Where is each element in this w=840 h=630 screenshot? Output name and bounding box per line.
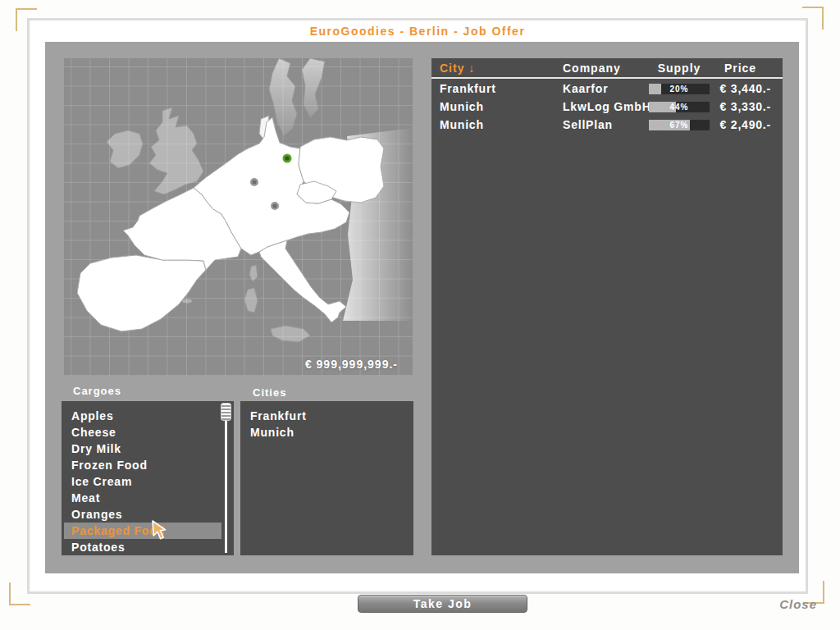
offer-city: Munich [440, 118, 563, 131]
offer-row[interactable]: MunichLkwLog GmbH44%€ 3,330.- [431, 98, 783, 115]
cities-items: FrankfurtMunich [240, 408, 413, 441]
cargoes-scrollbar-track[interactable] [225, 404, 227, 553]
offer-row[interactable]: MunichSellPlan67%€ 2,490.- [431, 116, 783, 133]
take-job-button[interactable]: Take Job [358, 595, 527, 613]
mouse-cursor-icon [150, 520, 170, 545]
offers-header-row: City ↓ Company Supply Price [431, 58, 783, 79]
offer-row[interactable]: FrankfurtKaarfor20%€ 3,440.- [431, 80, 783, 97]
column-header-supply[interactable]: Supply [649, 62, 710, 75]
cargoes-label: Cargoes [73, 385, 121, 397]
supply-percent-label: 67% [649, 120, 710, 130]
offers-table: City ↓ Company Supply Price FrankfurtKaa… [431, 58, 783, 555]
cargo-item-packaged-food[interactable]: Packaged Food [64, 523, 221, 539]
page: { "window_title": "EuroGoodies - Berlin … [0, 0, 840, 630]
offers-rows: FrankfurtKaarfor20%€ 3,440.-MunichLkwLog… [431, 80, 783, 133]
offer-price: € 2,490.- [710, 118, 783, 131]
offer-price: € 3,440.- [710, 82, 783, 95]
frankfurt-marker[interactable] [248, 176, 262, 189]
cargo-item-oranges[interactable]: Oranges [62, 506, 234, 523]
cargo-item-dry-milk[interactable]: Dry Milk [62, 441, 234, 457]
cargo-item-ice-cream[interactable]: Ice Cream [62, 473, 234, 490]
cargo-item-meat[interactable]: Meat [62, 490, 234, 506]
cargo-item-potatoes[interactable]: Potatoes [62, 539, 234, 555]
munich-marker[interactable] [268, 199, 282, 213]
offer-price: € 3,330.- [710, 100, 783, 113]
cities-listbox[interactable]: FrankfurtMunich [240, 401, 413, 555]
offer-city: Frankfurt [440, 82, 563, 95]
berlin-marker[interactable] [280, 151, 294, 166]
offer-city: Munich [440, 100, 563, 113]
sort-arrow-icon: ↓ [468, 62, 475, 75]
cargo-item-frozen-food[interactable]: Frozen Food [62, 457, 234, 473]
cities-label: Cities [253, 386, 286, 399]
city-item-frankfurt[interactable]: Frankfurt [240, 408, 413, 424]
money-display: € 999,999,999.- [305, 358, 398, 371]
supply-percent-label: 20% [649, 84, 710, 94]
column-header-city[interactable]: City ↓ [440, 62, 563, 75]
europe-map-svg [64, 58, 413, 376]
job-offer-window: EuroGoodies - Berlin - Job Offer [27, 18, 808, 594]
column-header-company[interactable]: Company [563, 62, 649, 75]
supply-bar: 20% [649, 84, 710, 94]
city-item-munich[interactable]: Munich [240, 424, 413, 441]
offer-company: Kaarfor [563, 82, 649, 95]
cargo-item-cheese[interactable]: Cheese [62, 424, 234, 441]
map-grid [64, 58, 413, 376]
europe-map: € 999,999,999.- [64, 58, 413, 376]
offer-company: LkwLog GmbH [563, 100, 649, 113]
supply-bar: 44% [649, 102, 710, 112]
column-header-city-label: City [440, 62, 464, 75]
cargoes-scrollbar-thumb[interactable] [221, 403, 231, 421]
close-button[interactable]: Close [743, 597, 817, 611]
column-header-price[interactable]: Price [710, 62, 783, 75]
cargoes-items: ApplesCheeseDry MilkFrozen FoodIce Cream… [62, 408, 234, 555]
cargo-item-apples[interactable]: Apples [62, 408, 234, 424]
supply-bar: 67% [649, 120, 710, 130]
cargoes-listbox[interactable]: ApplesCheeseDry MilkFrozen FoodIce Cream… [62, 401, 234, 555]
window-title: EuroGoodies - Berlin - Job Offer [30, 25, 806, 38]
main-panel: € 999,999,999.- Cargoes ApplesCheeseDry … [45, 42, 799, 573]
offer-company: SellPlan [563, 118, 649, 131]
supply-percent-label: 44% [649, 102, 710, 112]
